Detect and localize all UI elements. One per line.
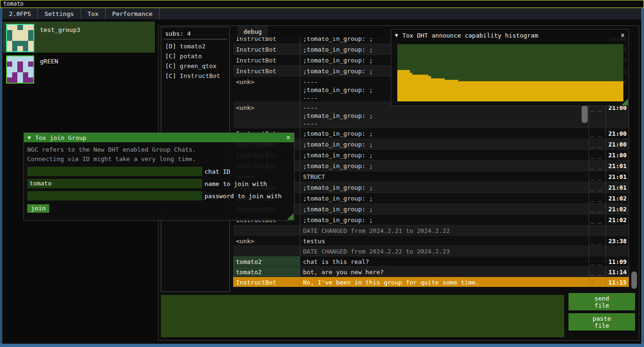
- menu-item-tox[interactable]: Tox: [81, 8, 106, 19]
- close-icon[interactable]: ×: [621, 32, 625, 39]
- avatar-pixel: [7, 56, 12, 62]
- close-icon[interactable]: ×: [286, 134, 290, 141]
- dht-histogram-window: ▼ Tox DHT announce capability histogram …: [391, 29, 629, 106]
- message-status: _ _: [589, 256, 606, 266]
- message-text: chat is this real?: [300, 256, 589, 266]
- member-list-item[interactable]: [C] green_qtox: [161, 61, 229, 71]
- menu-bar: 2.0FPSSettingsToxPerformance: [2, 8, 641, 19]
- avatar-pixel: [7, 41, 12, 46]
- menu-item-settings[interactable]: Settings: [38, 8, 81, 19]
- dht-histogram-plot: [397, 44, 623, 101]
- dht-histogram-title: Tox DHT announce capability histogram: [402, 32, 538, 39]
- message-status: _ _: [589, 236, 606, 246]
- avatar-pixel: [12, 41, 17, 46]
- chat-list-item-test_group3[interactable]: test_group3: [3, 22, 155, 53]
- avatar-pixel: [12, 35, 17, 40]
- avatar-pixel: [7, 62, 12, 67]
- message-text: STRUCT: [300, 171, 589, 182]
- chat-list-item-gREEN[interactable]: gREEN: [3, 53, 155, 84]
- avatar-pixel: [7, 67, 12, 72]
- join-field-row: password to join with: [27, 191, 291, 200]
- name-input[interactable]: tomato: [27, 179, 202, 188]
- avatar-pixel: [12, 56, 17, 62]
- message-sender: [233, 225, 300, 235]
- message-timestamp: [606, 225, 629, 235]
- avatar-pixel: [12, 46, 17, 51]
- join-field-label: name to join with: [205, 180, 267, 187]
- message-status: [589, 246, 606, 256]
- chat-message-row[interactable]: tomato2bot, are you new here?_ _11:14: [233, 266, 629, 277]
- message-timestamp: 11:15: [606, 277, 629, 287]
- avatar-pixel: [23, 62, 28, 67]
- avatar-pixel: [17, 56, 23, 62]
- avatar-pixel: [23, 77, 28, 83]
- avatar-pixel: [7, 35, 12, 40]
- message-timestamp: [606, 246, 629, 256]
- avatar: [6, 24, 34, 52]
- app-window: tomato 2.0FPSSettingsToxPerformance test…: [0, 0, 644, 347]
- avatar-pixel: [28, 35, 33, 40]
- resize-grip[interactable]: [287, 213, 294, 220]
- avatar-pixel: [7, 46, 12, 51]
- message-sender: <unk>: [233, 77, 300, 102]
- send-file-button[interactable]: send file: [568, 293, 635, 310]
- window-border-bottom: [0, 344, 644, 347]
- histogram-bar-segment: [397, 70, 410, 101]
- histogram-bar-segment: [445, 80, 458, 101]
- avatar-pixel: [12, 25, 17, 30]
- join-fields: chat IDtomatoname to join withpassword t…: [27, 167, 291, 200]
- histogram-bar-segment: [431, 78, 445, 101]
- message-text: ;tomato_in_group: ;: [300, 150, 589, 160]
- message-sender: [233, 246, 300, 256]
- collapse-arrow-icon[interactable]: ▼: [28, 135, 31, 141]
- window-border-right: [641, 8, 644, 344]
- chat-scrollbar-thumb[interactable]: [631, 271, 637, 289]
- collapse-arrow-icon[interactable]: ▼: [395, 32, 398, 39]
- date-separator-row: DATE CHANGED from 2024.2.22 to 2024.2.23: [233, 246, 629, 256]
- dht-histogram-titlebar[interactable]: ▼ Tox DHT announce capability histogram …: [391, 30, 629, 41]
- chat-message-row[interactable]: InstructBotNo, I've been in this group f…: [233, 277, 629, 287]
- chat-id-input[interactable]: [27, 167, 202, 176]
- avatar-pixel: [12, 77, 17, 83]
- member-list-item[interactable]: [C] InstructBot: [161, 71, 229, 81]
- message-status: _ _: [589, 215, 606, 225]
- chat-message-row[interactable]: tomato2chat is this real?_ _11:09: [233, 256, 629, 266]
- message-status: [589, 225, 606, 235]
- avatar-pixel: [17, 46, 23, 51]
- chat-message-row[interactable]: <unk>testus_ _23:38: [233, 235, 629, 246]
- members-count-label: subs: 4: [161, 27, 229, 39]
- date-separator-row: DATE CHANGED from 2024.2.21 to 2024.2.22: [233, 225, 629, 235]
- resize-grip[interactable]: [621, 99, 628, 105]
- password-input[interactable]: [27, 191, 202, 200]
- members-separator: [164, 39, 227, 39]
- avatar-pixel: [28, 77, 33, 83]
- join-field-label: chat ID: [205, 168, 230, 175]
- join-field-label: password to join with: [205, 193, 281, 200]
- chat-inner-scrollbar-thumb[interactable]: [582, 105, 588, 123]
- avatar-pixel: [12, 62, 17, 67]
- member-list-item[interactable]: [C] potato: [161, 51, 229, 61]
- message-timestamp: 23:38: [606, 236, 629, 246]
- avatar-pixel: [7, 25, 12, 30]
- avatar-pixel: [28, 72, 33, 77]
- message-status: d _: [589, 277, 606, 287]
- avatar-pixel: [28, 41, 33, 46]
- window-border-left: [0, 8, 2, 344]
- avatar-pixel: [28, 25, 33, 30]
- message-input[interactable]: [161, 295, 564, 337]
- menu-item-performance[interactable]: Performance: [106, 8, 159, 19]
- avatar-pixel: [17, 62, 23, 67]
- window-titlebar[interactable]: tomato: [0, 0, 644, 8]
- message-text: ;tomato_in_group: ;: [300, 215, 589, 225]
- message-status: _ _: [589, 128, 606, 139]
- message-text: ----;tomato_in_group: ;----: [300, 102, 589, 128]
- tab-debug[interactable]: debug: [237, 26, 268, 37]
- histogram-bar-segment: [458, 81, 623, 101]
- join-button[interactable]: join: [27, 204, 49, 213]
- join-group-titlebar[interactable]: ▼ Tox join Group ×: [24, 133, 294, 142]
- member-list-item[interactable]: [D] tomato2: [161, 41, 229, 51]
- avatar-pixel: [17, 35, 23, 40]
- message-timestamp: 21:02: [606, 193, 629, 203]
- paste-file-button[interactable]: paste file: [568, 313, 635, 331]
- message-sender: InstructBot: [233, 55, 300, 65]
